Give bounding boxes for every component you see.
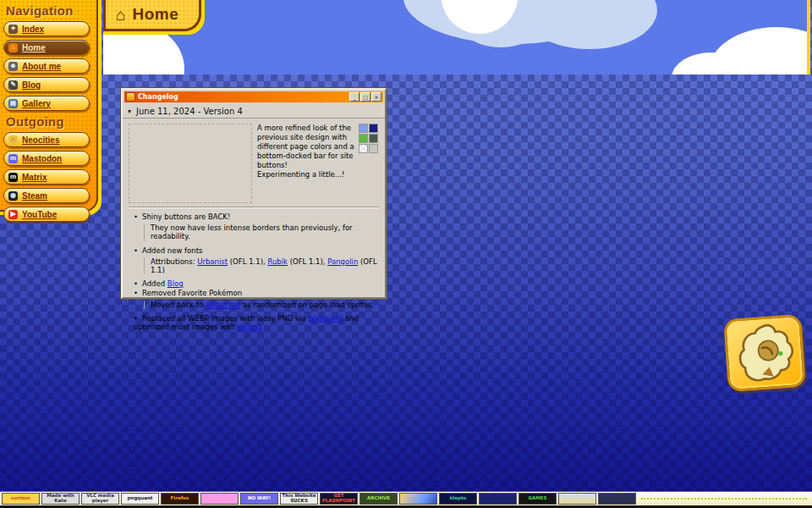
neocities-cat-icon: ∩: [8, 135, 18, 145]
changelog-link[interactable]: Urbanist: [197, 257, 228, 266]
badge-graphic[interactable]: [399, 493, 437, 505]
mastodon-icon: m: [8, 154, 18, 163]
notebook-icon: ✎: [8, 80, 18, 90]
changelog-titlebar[interactable]: Changelog _ □ ×: [124, 91, 383, 102]
changelog-link[interactable]: pngquant: [308, 314, 343, 323]
sidebar-item-label: Mastodon: [22, 154, 62, 163]
changelog-text: as randomized on page load sprites.: [240, 301, 374, 309]
badge-firefox[interactable]: Firefox: [161, 493, 199, 505]
sidebar-item-label: About me: [22, 62, 61, 71]
changelog-link[interactable]: About me: [206, 301, 240, 309]
sidebar-item-label: Steam: [22, 191, 47, 201]
badge-this-website-sucks[interactable]: This Website SUCKS: [280, 493, 318, 505]
sidebar-item-label: Gallery: [22, 99, 51, 108]
sidebar-item-blog[interactable]: ✎Blog: [3, 77, 90, 92]
matrix-icon: m: [8, 173, 18, 182]
changelog-link[interactable]: oxipng: [238, 323, 262, 331]
color-swatch: [359, 134, 368, 143]
site-logo[interactable]: [723, 314, 806, 392]
badge-klepto[interactable]: klepto: [439, 493, 477, 505]
picture-icon: ▣: [8, 99, 18, 108]
window-controls: _ □ ×: [349, 92, 381, 102]
sidebar-item-index[interactable]: ✦Index: [3, 21, 90, 36]
changelog-item-text: Shiny buttons are BACK!: [134, 213, 379, 221]
sidebar-item-label: Neocities: [22, 135, 59, 145]
sidebar-outgoing-title: Outgoing: [6, 114, 96, 129]
sidebar-nav-title: Navigation: [6, 3, 96, 18]
bar-divider-line: [641, 498, 807, 500]
changelog-link[interactable]: Rubik: [267, 257, 288, 266]
changelog-item-note: They now have less intense borders than …: [144, 224, 379, 240]
dog-mascot-icon: [726, 317, 803, 389]
changelog-text: Replaced all WEBP images with lossy PNG …: [142, 314, 308, 323]
color-swatch: [369, 134, 378, 143]
sidebar: Navigation ✦Index⌂Home☻About me✎Blog▣Gal…: [0, 0, 98, 212]
home-icon: ⌂: [116, 7, 125, 23]
changelog-item-text: Added Blog: [134, 279, 379, 288]
color-swatch: [369, 144, 378, 153]
minimize-button[interactable]: _: [349, 92, 359, 102]
changelog-body: A more refined look of the previous site…: [123, 119, 385, 331]
sidebar-item-steam[interactable]: ◉Steam: [3, 188, 90, 203]
changelog-text: They now have less intense borders than …: [151, 224, 353, 240]
sidebar-item-mastodon[interactable]: mMastodon: [3, 151, 90, 166]
badge-made-with-kate[interactable]: Made with Kate: [41, 493, 80, 505]
badge-graphic[interactable]: [558, 493, 596, 505]
sidebar-nav-list: ✦Index⌂Home☻About me✎Blog▣Gallery: [0, 21, 96, 111]
changelog-item-note: Moved back to About me as randomized on …: [144, 301, 379, 309]
badge-get-flashpoint[interactable]: GET FLASHPOINT: [320, 493, 358, 505]
changelog-item: Shiny buttons are BACK!They now have les…: [134, 213, 379, 241]
sidebar-item-home[interactable]: ⌂Home: [3, 40, 90, 55]
tab-home[interactable]: ⌂ Home: [103, 0, 201, 31]
changelog-list: Shiny buttons are BACK!They now have les…: [129, 213, 379, 331]
close-button[interactable]: ×: [371, 92, 381, 102]
disclosure-triangle-icon: ▾: [128, 108, 131, 115]
badge-no-way-[interactable]: NO WAY!: [240, 493, 278, 505]
sidebar-outgoing-list: ∩NeocitiesmMastodonmMatrix◉Steam▶YouTube: [0, 132, 96, 222]
changelog-link[interactable]: Pangolin: [327, 257, 358, 266]
changelog-item-text: Replaced all WEBP images with lossy PNG …: [134, 314, 379, 331]
sidebar-item-label: Index: [22, 25, 44, 34]
home-icon: ⌂: [8, 43, 18, 52]
changelog-entry-header[interactable]: ▾ June 11, 2024 - Version 4: [123, 104, 385, 119]
badge-pngquant[interactable]: pngquant: [121, 493, 159, 505]
changelog-text: Moved back to: [151, 301, 206, 309]
changelog-item: Added new fontsAttributions: Urbanist (O…: [134, 246, 379, 275]
description-line: Experimenting a little...!: [257, 170, 344, 179]
sidebar-item-youtube[interactable]: ▶YouTube: [3, 207, 90, 222]
sidebar-item-neocities[interactable]: ∩Neocities: [3, 132, 90, 147]
badge-vlc-media-player[interactable]: VLC media player: [81, 493, 119, 505]
changelog-window: Changelog _ □ × ▾ June 11, 2024 - Versio…: [121, 88, 387, 299]
badge-graphic[interactable]: [200, 493, 239, 505]
badge-games[interactable]: GAMES: [518, 493, 557, 505]
badge-archive[interactable]: ARCHIVE: [359, 493, 398, 505]
sidebar-item-matrix[interactable]: mMatrix: [3, 169, 90, 185]
tab-home-label: Home: [132, 5, 178, 24]
sidebar-item-label: Matrix: [22, 173, 47, 182]
badge-graphic[interactable]: [479, 493, 517, 505]
changelog-item: Added Blog: [134, 279, 379, 288]
changelog-text: Shiny buttons are BACK!: [142, 213, 230, 221]
entry-description-column: A more refined look of the previous site…: [257, 124, 379, 203]
entry-description: A more refined look of the previous site…: [257, 124, 365, 179]
divider: [129, 207, 379, 208]
sidebar-item-gallery[interactable]: ▣Gallery: [3, 96, 90, 111]
changelog-link[interactable]: Blog: [167, 279, 184, 288]
changelog-item: Removed Favorite PokémonMoved back to Ab…: [134, 289, 379, 308]
changelog-text: Removed Favorite Pokémon: [142, 289, 242, 297]
changelog-text: Added: [142, 279, 167, 288]
maximize-button[interactable]: □: [360, 92, 370, 102]
steam-icon: ◉: [8, 191, 18, 201]
badge-graphic[interactable]: [598, 493, 636, 505]
badge-sunbun[interactable]: sunbun: [2, 493, 40, 505]
youtube-icon: ▶: [8, 210, 18, 219]
changelog-window-icon: [126, 92, 135, 102]
sidebar-item-label: Blog: [22, 80, 41, 90]
sidebar-item-label: YouTube: [22, 210, 57, 219]
changelog-item-text: Added new fonts: [134, 246, 379, 255]
stamp-icon: ✦: [8, 25, 18, 34]
color-swatch: [359, 124, 368, 133]
changelog-text: (OFL 1.1),: [288, 257, 327, 266]
sidebar-item-about-me[interactable]: ☻About me: [3, 58, 90, 74]
changelog-item-text: Removed Favorite Pokémon: [134, 289, 379, 297]
